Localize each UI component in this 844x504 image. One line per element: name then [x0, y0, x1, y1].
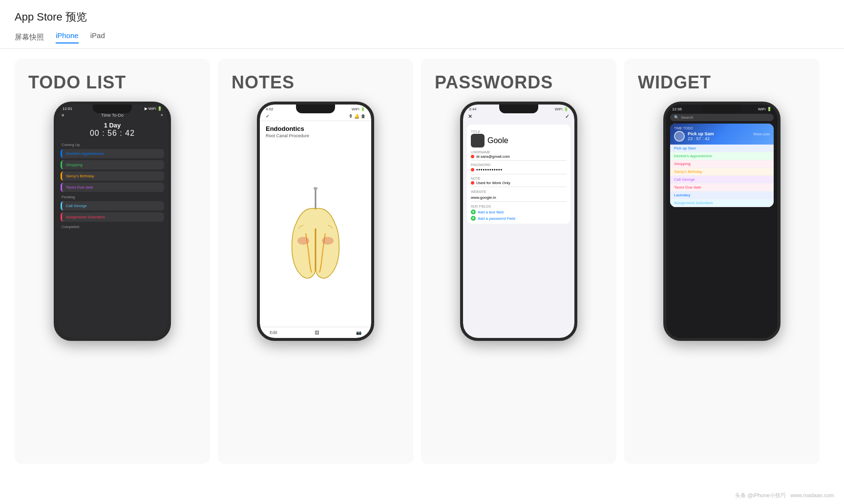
watermark-text: 头条 @iPhone小技巧: [735, 492, 785, 498]
notes-image-area: [260, 140, 371, 327]
todo-item-shopping[interactable]: Shopping: [61, 160, 164, 169]
screenshot-card-todo: TODO LIST 11:01 ▶ WiFi 🔋 ≡ Time To-Do: [15, 59, 210, 464]
widget-signal: WiFi 🔋: [758, 107, 772, 111]
card-title-todo: TODO LIST: [24, 72, 126, 93]
tab-ipad[interactable]: iPad: [90, 31, 105, 43]
watermark-url: www.madaan.com: [790, 492, 834, 498]
notes-time: 4:02: [266, 107, 274, 111]
phone-frame-notes: 4:02 WiFi 🔋 ✓ 🎙 🔔 🗑 Endodontics Root Can…: [257, 102, 374, 341]
pass-add-fields-label: ADD FIELDS: [471, 205, 567, 208]
pass-add-text-icon: +: [471, 210, 476, 214]
pass-time: 3:44: [469, 107, 477, 111]
todo-signal-icons: ▶ WiFi 🔋: [145, 106, 162, 111]
screenshot-card-notes: NOTES 4:02 WiFi 🔋 ✓ 🎙 🔔 🗑: [218, 59, 413, 464]
widget-featured-task: Pick up Sam: [688, 131, 714, 136]
pass-add-password-label: Add a password Field: [478, 216, 515, 221]
svg-point-1: [314, 187, 317, 190]
todo-item-george[interactable]: Call George: [61, 201, 164, 210]
pass-close-icon[interactable]: ✕: [468, 113, 472, 120]
pass-content: TITLE Goole Username dr.sara@gmail.com: [467, 125, 570, 224]
notes-subtitle: Root Canal Procedure: [266, 133, 365, 138]
widget-list-item-5[interactable]: Taxes Due date: [670, 184, 774, 191]
widget-list-item-6[interactable]: Laundary: [670, 191, 774, 199]
todo-screen: 11:01 ▶ WiFi 🔋 ≡ Time To-Do + 1 Day 00 :…: [57, 105, 168, 338]
page-wrapper: App Store 预览 屏幕快照 iPhone iPad TODO LIST …: [0, 0, 844, 474]
todo-section-coming-up-label: Coming Up: [57, 141, 168, 148]
notes-title-area: Endodontics Root Canal Procedure: [260, 121, 371, 140]
pass-check-icon[interactable]: ✓: [565, 113, 570, 120]
screenshot-card-widget: WIDGET 12:36 WiFi 🔋 🔍 Search: [624, 59, 820, 464]
pass-website-label: WEBSITE: [471, 190, 567, 193]
notes-title: Endodontics: [266, 125, 365, 132]
pass-username-row: dr.sara@gmail.com: [471, 154, 567, 161]
todo-menu-icon[interactable]: ≡: [62, 113, 64, 118]
card-title-notes: NOTES: [228, 72, 295, 93]
pass-note-indicator: [471, 181, 474, 185]
todo-time-display: 00 : 56 : 42: [57, 129, 168, 138]
todo-timer-section: 1 Day 00 : 56 : 42: [57, 120, 168, 141]
notes-image-icon[interactable]: 🖼: [315, 330, 319, 335]
widget-screen: 12:36 WiFi 🔋 🔍 Search TIME TODO: [666, 105, 778, 338]
phone-frame-widget: 12:36 WiFi 🔋 🔍 Search TIME TODO: [663, 102, 781, 341]
pass-password-row: ••••••••••••: [471, 167, 567, 174]
watermark: 头条 @iPhone小技巧 www.madaan.com: [735, 492, 834, 499]
todo-item-assignment[interactable]: Assignment Submition: [61, 212, 164, 222]
todo-add-icon[interactable]: +: [161, 113, 163, 118]
widget-search-icon: 🔍: [674, 115, 679, 120]
svg-point-3: [322, 237, 334, 245]
svg-point-2: [297, 237, 309, 245]
todo-topbar-title: Time To-Do: [101, 113, 124, 118]
widget-list-item-2[interactable]: Shopping: [670, 160, 774, 168]
widget-list-item-7[interactable]: Assignment Submition: [670, 199, 774, 207]
todo-item-taxes[interactable]: Taxes Due date: [61, 183, 164, 192]
pass-add-section: ADD FIELDS + Add a text field + Add a pa…: [471, 205, 567, 221]
pass-topbar: ✕ ✓: [463, 112, 574, 123]
pass-password-value: ••••••••••••: [476, 167, 567, 172]
pass-add-password-row[interactable]: + Add a password Field: [471, 216, 567, 221]
widget-time: 12:36: [672, 107, 682, 111]
screenshot-card-passwords: PASSWORDS 3:44 WiFi 🔋 ✕ ✓: [421, 59, 616, 464]
todo-day-label: 1 Day: [57, 122, 168, 129]
screenshots-section: TODO LIST 11:01 ▶ WiFi 🔋 ≡ Time To-Do: [0, 49, 844, 474]
pass-add-password-icon: +: [471, 216, 476, 221]
pass-note-label: Note: [471, 177, 567, 180]
pass-username-label: Username: [471, 150, 567, 154]
phone-frame-passwords: 3:44 WiFi 🔋 ✕ ✓ TITLE: [460, 102, 577, 341]
widget-card: TIME TODO Pick up Sam 23 : 57 : 42: [670, 124, 774, 207]
widget-list-item-0[interactable]: Pick up Sam: [670, 145, 774, 152]
widget-list-item-1[interactable]: Dentist's Appointment: [670, 152, 774, 160]
notes-camera-icon[interactable]: 📷: [356, 330, 361, 335]
todo-time: 11:01: [63, 106, 72, 111]
phone-screen-widget: 12:36 WiFi 🔋 🔍 Search TIME TODO: [666, 105, 778, 338]
todo-section-completed-label: Completed: [57, 223, 168, 230]
widget-show-less-btn[interactable]: Show Less: [753, 132, 770, 136]
card-title-passwords: PASSWORDS: [431, 72, 553, 93]
tabs-row: 屏幕快照 iPhone iPad: [15, 31, 829, 43]
pass-username-indicator: [471, 155, 474, 158]
widget-search-placeholder: Search: [681, 115, 693, 120]
page-title: App Store 预览: [15, 10, 829, 24]
pass-signal: WiFi 🔋: [555, 107, 569, 111]
widget-list-item-4[interactable]: Call George: [670, 176, 774, 184]
pass-add-text-label: Add a text field: [478, 210, 504, 214]
pass-title-label: TITLE: [471, 130, 567, 133]
widget-clock-area: Pick up Sam 23 : 57 : 42: [674, 131, 714, 142]
notes-check-icon[interactable]: ✓: [266, 114, 270, 119]
tab-iphone[interactable]: iPhone: [56, 31, 79, 43]
widget-list-item-3[interactable]: Samy's Birthday: [670, 168, 774, 176]
tooth-illustration: [281, 185, 350, 282]
pass-app-name: Goole: [487, 136, 508, 145]
pass-website-section: WEBSITE www.google.in: [471, 190, 567, 202]
todo-item-birthday[interactable]: Samy's Birthday: [61, 171, 164, 181]
notes-edit-btn[interactable]: Edit: [270, 330, 277, 335]
notes-screen: 4:02 WiFi 🔋 ✓ 🎙 🔔 🗑 Endodontics Root Can…: [260, 105, 371, 338]
todo-item-dentist[interactable]: Dentist's Appointment: [61, 149, 164, 158]
widget-search-bar[interactable]: 🔍 Search: [670, 114, 774, 121]
phone-frame-todo: 11:01 ▶ WiFi 🔋 ≡ Time To-Do + 1 Day 00 :…: [54, 102, 171, 341]
widget-clock-icon: [674, 131, 685, 142]
pass-app-header: Goole: [471, 134, 567, 147]
pass-password-indicator: [471, 168, 474, 171]
screenshots-row: TODO LIST 11:01 ▶ WiFi 🔋 ≡ Time To-Do: [15, 59, 829, 464]
phone-notch-todo: [93, 105, 132, 113]
pass-add-text-row[interactable]: + Add a text field: [471, 210, 567, 214]
